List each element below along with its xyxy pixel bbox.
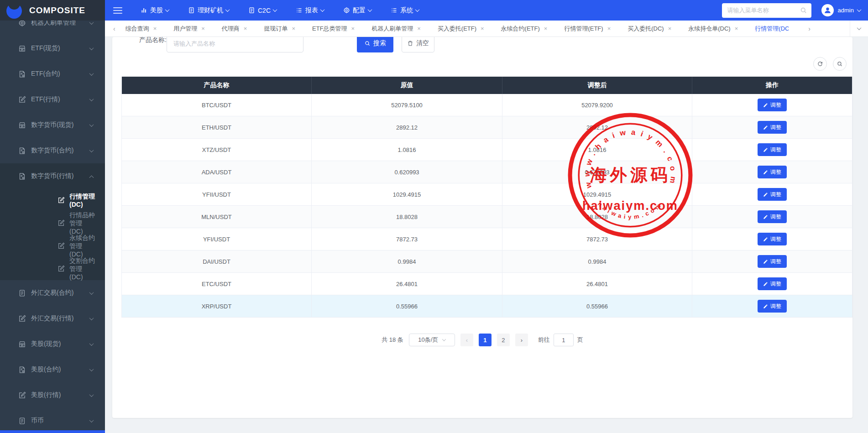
adjust-button[interactable]: 调整 <box>758 277 787 290</box>
close-icon[interactable]: × <box>351 26 355 31</box>
close-icon[interactable]: × <box>607 26 611 31</box>
menu-search-input[interactable] <box>722 3 811 18</box>
close-icon[interactable]: × <box>292 26 295 31</box>
close-icon[interactable]: × <box>735 26 738 31</box>
close-icon[interactable]: × <box>244 26 247 31</box>
sidebar-item-us-market[interactable]: 美股(行情) <box>0 382 105 408</box>
sidebar-item-etf-contract[interactable]: ETF(合约) <box>0 61 105 87</box>
tab[interactable]: 买入委托(DC)× <box>627 25 671 33</box>
chevron-down-icon <box>89 97 94 101</box>
logo-area: COMPOSITE <box>0 0 105 21</box>
adjusted-value: 52079.9200 <box>502 94 692 116</box>
hamburger-menu-icon[interactable] <box>113 7 122 14</box>
close-icon[interactable]: × <box>153 26 157 31</box>
product-name-input[interactable] <box>167 37 303 52</box>
chevron-down-icon <box>165 7 170 12</box>
tabs-dropdown[interactable] <box>850 21 868 37</box>
tab[interactable]: 用户管理× <box>173 25 205 33</box>
goto-page-input[interactable] <box>554 334 574 346</box>
pencil-icon <box>763 170 768 175</box>
page-button-2[interactable]: 2 <box>497 334 510 346</box>
original-value: 7872.73 <box>312 228 502 250</box>
sidebar-item-etf-market[interactable]: ETF(行情) <box>0 87 105 112</box>
page-size-select[interactable]: 10条/页 <box>409 334 455 346</box>
tab[interactable]: 提现订单× <box>264 25 295 33</box>
adjust-button[interactable]: 调整 <box>758 255 787 268</box>
refresh-button[interactable] <box>813 57 827 71</box>
tab[interactable]: 永续合约(ETF)× <box>501 25 548 33</box>
nav-menu-reports[interactable]: 报表 <box>296 6 324 15</box>
tab[interactable]: 机器人刷单管理× <box>371 25 421 33</box>
sidebar-item-forex-market[interactable]: 外汇交易(行情) <box>0 306 105 331</box>
adjust-button[interactable]: 调整 <box>758 188 787 201</box>
contract-doc-icon <box>18 172 26 180</box>
adjust-button[interactable]: 调整 <box>758 233 787 245</box>
column-header: 操作 <box>692 77 852 94</box>
sidebar-item-forex-contract[interactable]: 外汇交易(合约) <box>0 280 105 306</box>
document-icon <box>248 7 255 14</box>
refresh-icon <box>817 61 823 67</box>
sidebar-item-delivery-manage-dc[interactable]: 交割合约管理(DC) <box>0 257 105 280</box>
pencil-icon <box>763 259 768 264</box>
sidebar-item-dc-contract[interactable]: 数字货币(合约) <box>0 138 105 163</box>
sidebar-item-dc-market[interactable]: 数字货币(行情) <box>0 163 105 189</box>
sidebar-item-etf-spot[interactable]: ETF(现货) <box>0 36 105 61</box>
sidebar-item-coin-coin[interactable]: 币币 <box>0 408 105 433</box>
edit-icon <box>58 242 65 250</box>
table-row: DAI/USDT 0.9984 0.9984 调整 <box>122 250 852 273</box>
adjust-button[interactable]: 调整 <box>758 143 787 156</box>
sidebar-item-market-variety-dc[interactable]: 行情品种管理(DC) <box>0 212 105 235</box>
prev-page-button[interactable]: ‹ <box>460 334 473 346</box>
sidebar-item-perpetual-manage-dc[interactable]: 永续合约管理(DC) <box>0 235 105 257</box>
close-icon[interactable]: × <box>668 26 672 31</box>
product-name: YFI/USDT <box>122 228 312 250</box>
clear-button[interactable]: 清空 <box>402 37 434 52</box>
open-tabs: 综合查询× 用户管理× 代理商× 提现订单× ETF总类管理× 机器人刷单管理×… <box>118 25 868 33</box>
next-page-button[interactable]: › <box>515 334 528 346</box>
table-row: YFII/USDT 1029.4915 1029.4915 调整 <box>122 183 852 206</box>
page-button-1[interactable]: 1 <box>479 334 492 346</box>
adjust-button[interactable]: 调整 <box>758 166 787 178</box>
tab[interactable]: ETF总类管理× <box>312 25 355 33</box>
list-icon <box>391 7 397 14</box>
tab[interactable]: 永续持仓单(DC)× <box>688 25 738 33</box>
tab[interactable]: 买入委托(ETF)× <box>438 25 484 33</box>
search-button[interactable]: 搜索 <box>357 37 393 52</box>
nav-menu-system[interactable]: 系统 <box>391 6 419 15</box>
nav-menu-c2c[interactable]: C2C <box>248 7 277 14</box>
nav-menu-config[interactable]: 配置 <box>343 6 371 15</box>
sidebar-item-dc-spot[interactable]: 数字货币(现货) <box>0 112 105 138</box>
nav-menu-mining[interactable]: 理财矿机 <box>188 6 229 15</box>
table-row: MLN/USDT 18.8028 18.8028 调整 <box>122 206 852 228</box>
close-icon[interactable]: × <box>544 26 548 31</box>
tabs-scroll-left-icon[interactable]: ‹ <box>110 25 118 32</box>
table-row-highlighted: XRP/USDT 0.55966 0.55966 调整 <box>122 295 852 318</box>
crescent-logo-icon <box>6 2 23 19</box>
table-tools <box>813 57 847 71</box>
close-icon[interactable]: × <box>417 26 421 31</box>
pagination: 共 18 条 10条/页 ‹ 1 2 › 前往 页 <box>112 334 852 346</box>
tab[interactable]: 代理商× <box>222 25 247 33</box>
product-name: BTC/USDT <box>122 94 312 116</box>
close-icon[interactable]: × <box>201 26 205 31</box>
trash-icon <box>407 40 413 47</box>
adjust-button[interactable]: 调整 <box>758 210 787 223</box>
sidebar-item-us-spot[interactable]: 美股(现货) <box>0 331 105 357</box>
tabs-scroll-right-icon[interactable]: › <box>805 25 813 32</box>
sidebar-item-robot-order[interactable]: 机器人刷单管理 <box>0 21 105 36</box>
column-search-button[interactable] <box>833 57 847 71</box>
tab[interactable]: 综合查询× <box>125 25 157 33</box>
adjust-button[interactable]: 调整 <box>758 99 787 111</box>
tab[interactable]: 行情管理(ETF)× <box>564 25 611 33</box>
search-icon[interactable] <box>800 6 807 14</box>
user-menu[interactable]: admin <box>821 4 861 16</box>
adjust-button[interactable]: 调整 <box>758 121 787 134</box>
tab-active[interactable]: 行情管理(DC) <box>755 25 789 33</box>
adjust-button[interactable]: 调整 <box>758 300 787 313</box>
table-row: YFI/USDT 7872.73 7872.73 调整 <box>122 228 852 250</box>
sidebar-item-us-contract[interactable]: 美股(合约) <box>0 357 105 382</box>
close-icon[interactable]: × <box>481 26 484 31</box>
sidebar-item-market-manage-dc[interactable]: 行情管理(DC) <box>0 189 105 212</box>
search-icon <box>364 40 371 47</box>
nav-menu-stocks[interactable]: 美股 <box>141 6 169 15</box>
